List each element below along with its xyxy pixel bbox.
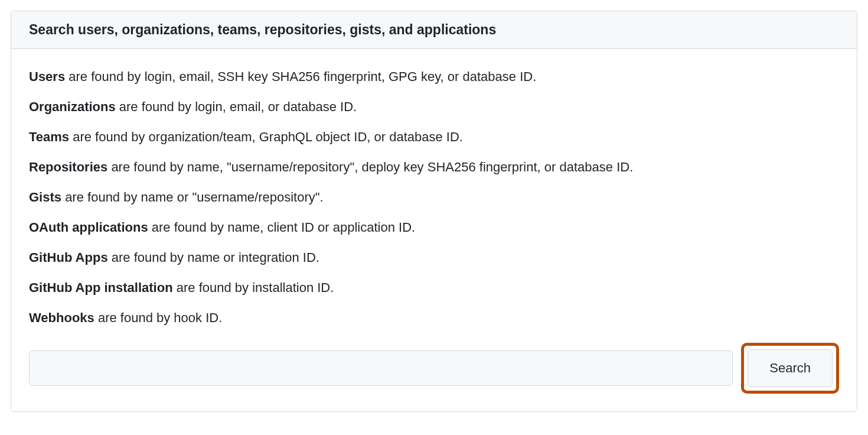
help-bold: Teams bbox=[29, 129, 69, 144]
help-bold: GitHub Apps bbox=[29, 250, 108, 265]
help-line-organizations: Organizations are found by login, email,… bbox=[29, 97, 839, 116]
help-rest: are found by installation ID. bbox=[173, 280, 334, 295]
search-input[interactable] bbox=[29, 350, 733, 386]
help-line-github-app-installation: GitHub App installation are found by ins… bbox=[29, 278, 839, 297]
help-line-oauth-applications: OAuth applications are found by name, cl… bbox=[29, 218, 839, 237]
help-bold: Gists bbox=[29, 190, 61, 204]
help-bold: Users bbox=[29, 69, 65, 84]
help-bold: Repositories bbox=[29, 160, 107, 174]
help-rest: are found by name or integration ID. bbox=[108, 250, 319, 265]
search-panel: Search users, organizations, teams, repo… bbox=[11, 11, 857, 412]
help-rest: are found by name, client ID or applicat… bbox=[148, 220, 415, 235]
help-bold: OAuth applications bbox=[29, 220, 148, 235]
panel-header: Search users, organizations, teams, repo… bbox=[11, 11, 857, 49]
help-line-github-apps: GitHub Apps are found by name or integra… bbox=[29, 248, 839, 267]
help-rest: are found by name or "username/repositor… bbox=[61, 190, 324, 204]
panel-body: Users are found by login, email, SSH key… bbox=[11, 49, 857, 411]
help-line-gists: Gists are found by name or "username/rep… bbox=[29, 187, 839, 207]
help-rest: are found by login, email, or database I… bbox=[116, 99, 357, 114]
help-bold: Organizations bbox=[29, 99, 116, 114]
help-rest: are found by organization/team, GraphQL … bbox=[69, 129, 463, 144]
panel-title: Search users, organizations, teams, repo… bbox=[29, 22, 839, 38]
help-bold: Webhooks bbox=[29, 310, 94, 325]
help-rest: are found by name, "username/repository"… bbox=[107, 160, 633, 174]
help-line-teams: Teams are found by organization/team, Gr… bbox=[29, 127, 839, 147]
search-button-highlight: Search bbox=[741, 343, 839, 394]
help-rest: are found by hook ID. bbox=[94, 310, 222, 325]
help-line-users: Users are found by login, email, SSH key… bbox=[29, 67, 839, 86]
search-row: Search bbox=[29, 343, 839, 394]
help-rest: are found by login, email, SSH key SHA25… bbox=[65, 69, 536, 84]
help-line-repositories: Repositories are found by name, "usernam… bbox=[29, 157, 839, 177]
help-line-webhooks: Webhooks are found by hook ID. bbox=[29, 308, 839, 327]
search-button[interactable]: Search bbox=[748, 349, 833, 387]
help-bold: GitHub App installation bbox=[29, 280, 173, 295]
